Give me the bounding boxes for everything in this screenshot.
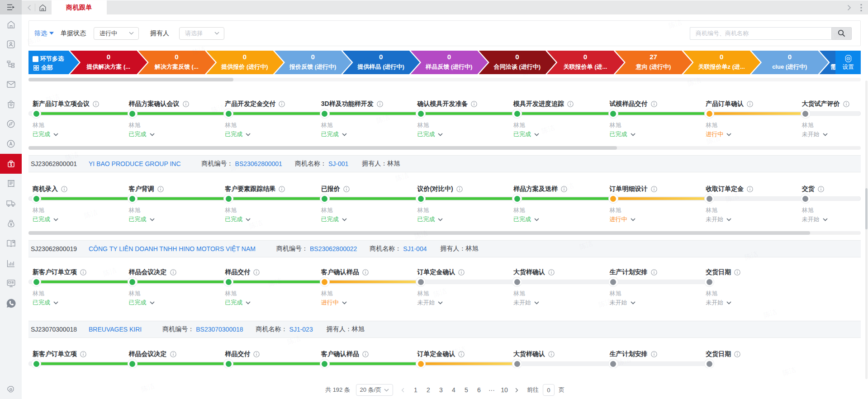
info-icon[interactable] <box>377 101 383 107</box>
milestone-dot-active[interactable] <box>609 194 618 203</box>
milestone-dot-done[interactable] <box>416 109 425 118</box>
milestone-status-select[interactable]: 未开始 <box>513 299 539 306</box>
scrollbar-thumb[interactable] <box>28 146 617 150</box>
search-input[interactable] <box>690 27 831 40</box>
sidebar-item-book[interactable] <box>0 233 22 253</box>
sidebar-item-mail[interactable] <box>0 74 22 94</box>
milestone-status-select[interactable]: 已完成 <box>225 299 251 306</box>
milestone-status-select[interactable]: 未开始 <box>802 131 828 138</box>
info-icon[interactable] <box>818 186 824 192</box>
stage-settings-button[interactable]: 设置 <box>835 51 861 74</box>
milestone-dot-done[interactable] <box>32 277 41 286</box>
info-icon[interactable] <box>548 269 555 276</box>
milestone-status-select[interactable]: 未开始 <box>610 299 636 306</box>
info-icon[interactable] <box>343 186 350 192</box>
sidebar-item-monitor[interactable] <box>0 273 22 293</box>
milestone-status-select[interactable]: 已完成 <box>417 216 443 223</box>
search-button[interactable] <box>831 27 852 40</box>
info-icon[interactable] <box>279 186 285 192</box>
milestone-dot-active[interactable] <box>416 359 425 368</box>
info-icon[interactable] <box>561 186 567 192</box>
info-icon[interactable] <box>458 351 465 357</box>
sidebar-item-org-tree[interactable] <box>0 54 22 74</box>
info-icon[interactable] <box>734 351 740 357</box>
milestone-status-select[interactable]: 未开始 <box>706 299 731 306</box>
milestone-dot-todo[interactable] <box>512 359 522 368</box>
milestone-status-select[interactable]: 进行中 <box>321 299 347 306</box>
info-icon[interactable] <box>80 269 86 276</box>
code-link[interactable]: BS23062800022 <box>310 245 357 252</box>
sidebar-collapse-button[interactable] <box>0 0 22 14</box>
milestone-status-select[interactable]: 已完成 <box>129 131 155 138</box>
vertical-scrollbar-thumb[interactable] <box>865 188 868 229</box>
page-number-2[interactable]: 2 <box>422 386 435 394</box>
info-icon[interactable] <box>362 351 369 357</box>
info-icon[interactable] <box>170 269 176 276</box>
info-icon[interactable] <box>651 186 657 192</box>
sidebar-item-home[interactable] <box>0 14 22 34</box>
forward-button[interactable] <box>847 5 851 11</box>
info-icon[interactable] <box>548 351 555 357</box>
milestone-status-select[interactable]: 已完成 <box>33 216 58 223</box>
milestone-status-select[interactable]: 已完成 <box>417 131 443 138</box>
milestone-dot-done[interactable] <box>512 194 522 203</box>
customer-link[interactable]: YI BAO PRODUCE GROUP INC <box>89 160 181 167</box>
sidebar-item-receipt[interactable] <box>0 174 22 194</box>
milestone-dot-active[interactable] <box>705 109 714 118</box>
name-link[interactable]: SJ1-023 <box>289 326 313 333</box>
info-icon[interactable] <box>157 186 164 192</box>
milestone-status-select[interactable]: 已完成 <box>129 299 155 306</box>
milestone-dot-done[interactable] <box>320 194 329 203</box>
goto-page-input[interactable] <box>543 384 555 396</box>
info-icon[interactable] <box>747 186 753 192</box>
milestone-dot-done[interactable] <box>320 359 329 368</box>
sidebar-item-truck[interactable] <box>0 194 22 214</box>
milestone-dot-active[interactable] <box>320 277 329 286</box>
milestone-dot-done[interactable] <box>128 359 137 368</box>
stage-multi-select[interactable]: 环节多选 <box>33 55 64 63</box>
milestone-status-select[interactable]: 进行中 <box>610 216 636 223</box>
milestone-dot-done[interactable] <box>128 194 137 203</box>
page-number-4[interactable]: 4 <box>447 386 460 394</box>
next-page-button[interactable] <box>511 388 523 393</box>
milestone-dot-todo[interactable] <box>416 277 425 286</box>
page-number-10[interactable]: 10 <box>498 386 511 394</box>
milestone-dot-done[interactable] <box>128 109 137 118</box>
info-icon[interactable] <box>253 269 260 276</box>
tab-opportunity-follow[interactable]: 商机跟单 <box>52 0 107 14</box>
milestone-status-select[interactable]: 已完成 <box>513 131 539 138</box>
milestone-status-select[interactable]: 已完成 <box>610 131 636 138</box>
milestone-status-select[interactable]: 未开始 <box>417 299 443 306</box>
milestone-scrollbar[interactable] <box>28 146 861 150</box>
name-link[interactable]: SJ1-004 <box>403 245 427 252</box>
milestone-dot-todo[interactable] <box>705 277 714 286</box>
doc-status-select[interactable]: 进行中 <box>94 27 139 40</box>
scrollbar-thumb[interactable] <box>28 78 233 81</box>
info-icon[interactable] <box>80 351 86 357</box>
sidebar-item-bar-chart[interactable] <box>0 253 22 273</box>
customer-link[interactable]: BREUVAGES KIRI <box>89 326 142 333</box>
milestone-dot-done[interactable] <box>416 194 425 203</box>
milestone-dot-todo[interactable] <box>801 109 810 118</box>
sidebar-item-whatsapp[interactable] <box>0 293 22 313</box>
info-icon[interactable] <box>471 101 477 107</box>
info-icon[interactable] <box>61 186 67 192</box>
code-link[interactable]: BS23070300018 <box>196 326 243 333</box>
sidebar-item-money-pouch[interactable] <box>0 214 22 233</box>
sidebar-item-compass[interactable] <box>0 114 22 134</box>
info-icon[interactable] <box>170 351 176 357</box>
page-number-3[interactable]: 3 <box>435 386 447 394</box>
prev-page-button[interactable] <box>397 388 409 393</box>
milestone-dot-done[interactable] <box>609 109 618 118</box>
name-link[interactable]: SJ-001 <box>328 160 348 167</box>
sidebar-item-bag-heart[interactable] <box>0 94 22 114</box>
page-number-6[interactable]: 6 <box>473 386 485 394</box>
info-icon[interactable] <box>253 351 260 357</box>
milestone-dot-done[interactable] <box>128 277 137 286</box>
page-number-5[interactable]: 5 <box>460 386 473 394</box>
info-icon[interactable] <box>93 101 99 107</box>
milestone-dot-done[interactable] <box>224 277 233 286</box>
milestone-dot-done[interactable] <box>32 359 41 368</box>
info-icon[interactable] <box>362 269 369 276</box>
milestone-status-select[interactable]: 已完成 <box>321 131 347 138</box>
